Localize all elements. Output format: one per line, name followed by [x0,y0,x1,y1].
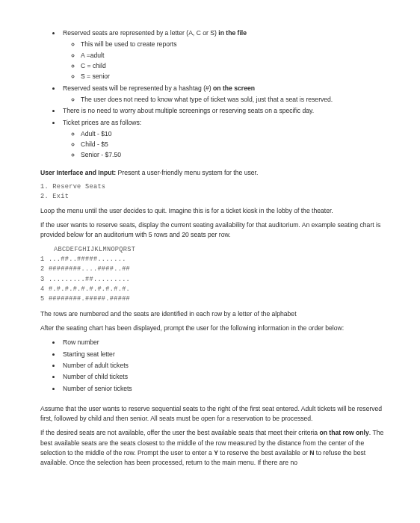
bold-text: on the screen [213,84,255,92]
sub-item: Senior - $7.50 [81,150,387,160]
chart-row: 4 #.#.#.#.#.#.#.#.#.#. [40,285,387,294]
text: Reserved seats will be represented by a … [63,84,213,92]
sub-item: This will be used to create reports [81,40,387,49]
chart-row: 2 ########....####..## [40,264,387,274]
input-item: Number of child tickets [61,372,387,382]
paragraph: If the user wants to reserve seats, disp… [40,220,387,241]
chart-header: ABCDEFGHIJKLMNOPQRST [54,245,387,255]
input-item: Row number [61,338,387,347]
sub-list: Adult - $10 Child - $5 Senior - $7.50 [63,129,387,161]
chart-row: 5 ########.#####.##### [40,294,387,304]
seating-chart: ABCDEFGHIJKLMNOPQRST 1 ...##..#####.....… [40,245,387,305]
spec-item: Ticket prices are as follows: Adult - $1… [61,118,387,161]
chart-row: 3 .........##......... [40,275,387,285]
paragraph: Loop the menu until the user decides to … [40,206,387,216]
bold-text: User Interface and Input: [40,169,116,176]
bold-text: on that row only [319,429,368,436]
spec-item: Reserved seats are represented by a lett… [61,28,387,82]
paragraph: The rows are numbered and the seats are … [40,309,387,319]
bold-text: in the file [218,29,247,37]
sub-item: Adult - $10 [81,129,387,139]
sub-item: S = senior [81,72,387,81]
sub-item: Child - $5 [81,140,387,149]
input-item: Number of senior tickets [61,384,387,394]
sub-item: C = child [81,61,387,71]
input-list: Row number Starting seat letter Number o… [40,338,387,394]
sub-item: A =adult [81,51,387,61]
paragraph: After the seating chart has been display… [40,324,387,333]
input-item: Number of adult tickets [61,361,387,371]
text: Ticket prices are as follows: [63,119,141,126]
text: Reserved seats are represented by a lett… [63,29,218,37]
sub-list: This will be used to create reports A =a… [63,40,387,81]
sub-item: The user does not need to know what type… [81,95,387,105]
paragraph: If the desired seats are not available, … [40,428,387,468]
menu-code: 1. Reserve Seats 2. Exit [40,182,387,202]
ui-heading: User Interface and Input: Present a user… [40,168,387,178]
text: to reserve the best available or [218,449,309,457]
text: Present a user-friendly menu system for … [116,169,258,176]
document-page: Reserved seats are represented by a lett… [0,0,420,523]
spec-item: Reserved seats will be represented by a … [61,84,387,105]
text: If the desired seats are not available, … [40,429,319,436]
spec-item: There is no need to worry about multiple… [61,106,387,116]
sub-list: The user does not need to know what type… [63,95,387,105]
chart-row: 1 ...##..#####....... [40,255,387,264]
paragraph: Assume that the user wants to reserve se… [40,404,387,424]
input-item: Starting seat letter [61,350,387,359]
spec-list: Reserved seats are represented by a lett… [40,28,387,161]
